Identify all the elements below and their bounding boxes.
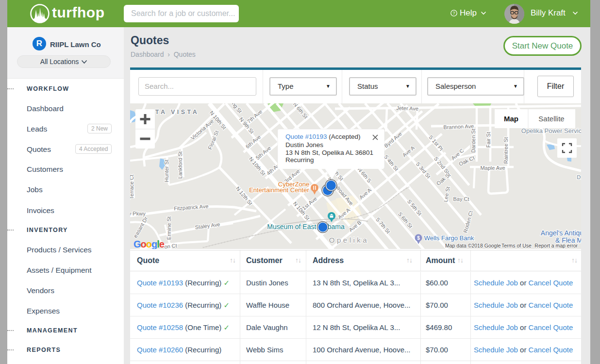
svg-text:?: ? [452, 11, 455, 16]
svg-text:Maple Ave: Maple Ave [480, 165, 505, 171]
svg-text:Opelika: Opelika [329, 236, 369, 244]
svg-text:Map data ©2018 Google: Map data ©2018 Google [445, 243, 501, 248]
svg-text:Report a map error: Report a map error [534, 243, 578, 248]
svg-text:Fair St: Fair St [485, 132, 491, 148]
svg-text:Terms of Use: Terms of Use [501, 243, 532, 248]
svg-text:Wells Fargo Bank: Wells Fargo Bank [424, 234, 474, 242]
svg-text:$: $ [417, 235, 420, 241]
svg-text:on Ct: on Ct [164, 243, 177, 249]
svg-text:Terrace Ct: Terrace Ct [130, 175, 134, 199]
svg-text:Darden St: Darden St [470, 129, 476, 153]
svg-text:Satellite: Satellite [538, 115, 564, 123]
svg-text:Entertainment Center: Entertainment Center [249, 186, 309, 194]
svg-text:Raintree St: Raintree St [503, 137, 509, 164]
svg-text:Hunter St: Hunter St [164, 160, 169, 182]
svg-text:Dustin Jones: Dustin Jones [285, 141, 323, 149]
svg-text:Ermine St: Ermine St [166, 216, 172, 240]
svg-text:Jeter Ave: Jeter Ave [396, 105, 418, 112]
svg-text:Google: Google [133, 239, 165, 249]
svg-text:Bay Ct: Bay Ct [453, 196, 469, 202]
svg-text:Dr: Dr [577, 174, 581, 180]
svg-text:13 N 8th St, Opelika AL 36801: 13 N 8th St, Opelika AL 36801 [285, 149, 373, 156]
svg-text:Brannon Ave: Brannon Ave [443, 123, 474, 130]
svg-text:Map: Map [504, 115, 518, 123]
svg-text:Museum of East Alabama: Museum of East Alabama [267, 223, 345, 231]
svg-text:Quote #10193 (Accepted): Quote #10193 (Accepted) [285, 133, 361, 140]
svg-text:Lankford St: Lankford St [177, 151, 183, 179]
svg-text:Recurring: Recurring [285, 156, 314, 164]
svg-text:Opelika Power Servic: Opelika Power Servic [521, 127, 581, 134]
svg-text:Angel's Antiqu: Angel's Antiqu [541, 229, 581, 237]
svg-text:TA VISTA: TA VISTA [155, 109, 200, 116]
